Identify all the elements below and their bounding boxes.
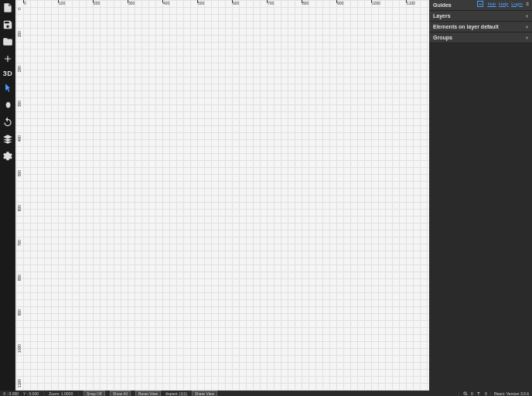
panel-elements[interactable]: Elements on layer default ▾ — [429, 22, 532, 32]
chevron-down-icon: ▾ — [526, 24, 528, 29]
add-icon[interactable] — [2, 53, 14, 65]
panel-layers[interactable]: Layers ▾ — [429, 11, 532, 22]
status-bar: X : 0.000 Y : 0.000 | Zoom: 1.000X | Sna… — [0, 391, 532, 396]
reset-view-button[interactable]: Reset View — [135, 391, 161, 397]
left-toolbar: 3D — [0, 0, 15, 391]
image-placeholder-icon — [477, 1, 483, 7]
login-link[interactable]: Login — [511, 2, 523, 6]
panel-label: Groups — [433, 35, 452, 40]
panel-label: Guides — [433, 2, 452, 8]
undo-icon[interactable] — [2, 116, 14, 128]
3d-mode-button[interactable]: 3D — [3, 70, 13, 77]
show-all-button[interactable]: Show All — [110, 391, 131, 397]
right-panel: Guides Layers ▾ Elements on layer defaul… — [429, 0, 532, 391]
help-link[interactable]: Help — [499, 2, 508, 6]
layers-icon[interactable] — [2, 133, 14, 145]
grid: 0 100 200 300 400 500 600 700 800 900 10… — [15, 0, 429, 391]
text-tool-icon[interactable] — [476, 391, 482, 396]
chevron-down-icon: ▾ — [526, 13, 528, 19]
run-icon[interactable] — [2, 99, 14, 111]
top-links: Hub Help Login ≡ — [477, 1, 529, 7]
ruler-horizontal: 0 100 200 300 400 500 600 700 800 900 10… — [15, 0, 429, 6]
hub-link[interactable]: Hub — [487, 2, 496, 6]
share-view-button[interactable]: Share View — [192, 391, 217, 397]
ruler-vertical: 0 100 200 300 400 500 600 700 800 900 10… — [15, 0, 25, 391]
panel-label: Elements on layer default — [433, 24, 499, 29]
menu-icon[interactable]: ≡ — [526, 2, 529, 6]
settings-icon[interactable] — [2, 150, 14, 162]
cursor-icon[interactable] — [2, 82, 14, 94]
save-icon[interactable] — [2, 19, 14, 31]
search-count: 0 — [471, 391, 473, 396]
panel-label: Layers — [433, 13, 451, 19]
status-y: Y : 0.000 — [23, 391, 39, 396]
status-x: X : 0.000 — [3, 391, 19, 396]
search-icon[interactable] — [462, 391, 468, 396]
text-count: 0 — [485, 391, 487, 396]
chevron-down-icon: ▾ — [526, 35, 528, 40]
panel-groups[interactable]: Groups ▾ — [429, 32, 532, 43]
new-file-icon[interactable] — [2, 2, 14, 14]
version-label: React: Version 3.0.6 — [494, 391, 529, 396]
status-zoom: Zoom: 1.000X — [49, 391, 73, 396]
snap-button[interactable]: Snap Off — [84, 391, 105, 397]
status-aspect: Aspect: [1|1] — [165, 391, 187, 396]
open-folder-icon[interactable] — [2, 36, 14, 48]
canvas[interactable]: 0 100 200 300 400 500 600 700 800 900 10… — [15, 0, 429, 391]
